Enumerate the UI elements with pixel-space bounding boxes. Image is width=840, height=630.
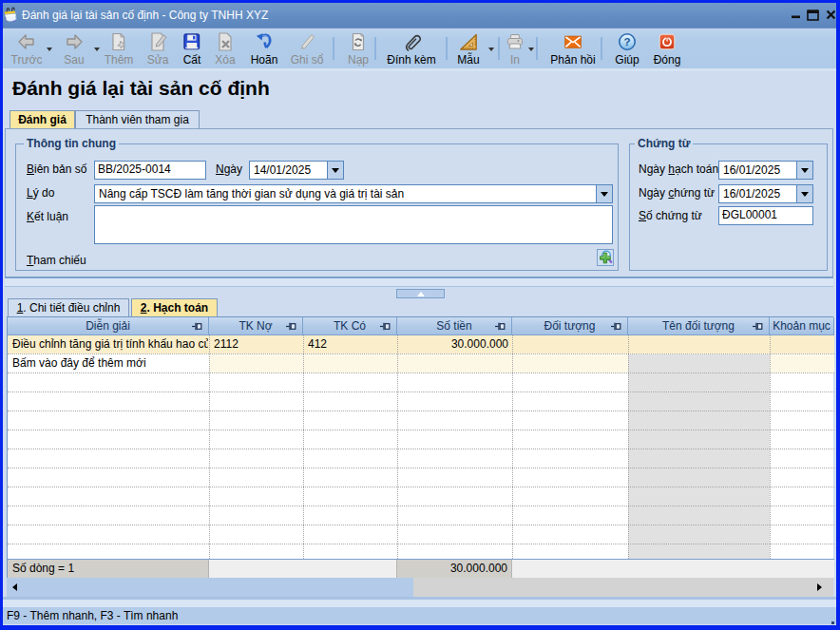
svg-text:?: ? bbox=[623, 36, 630, 48]
